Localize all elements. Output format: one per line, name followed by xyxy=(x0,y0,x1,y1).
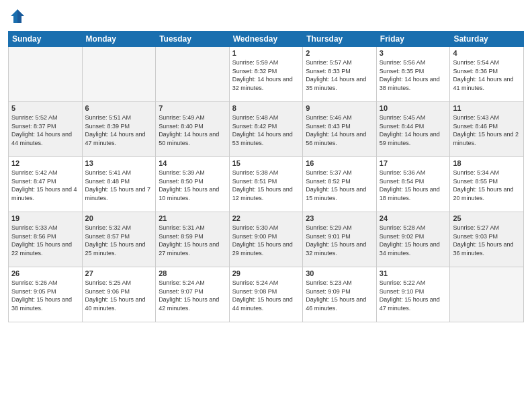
cell-text: Sunrise: 5:29 AM Sunset: 9:01 PM Dayligh… xyxy=(306,224,373,257)
cell-text: Sunrise: 5:51 AM Sunset: 8:39 PM Dayligh… xyxy=(85,113,153,147)
day-number: 4 xyxy=(453,49,521,57)
calendar-header-row: SundayMondayTuesdayWednesdayThursdayFrid… xyxy=(9,32,524,47)
calendar-cell: 29Sunrise: 5:24 AM Sunset: 9:08 PM Dayli… xyxy=(229,267,303,322)
day-number: 13 xyxy=(85,159,153,167)
svg-marker-1 xyxy=(17,9,24,23)
day-number: 20 xyxy=(85,214,153,222)
cell-text: Sunrise: 5:49 AM Sunset: 8:40 PM Dayligh… xyxy=(159,113,226,147)
calendar-cell: 5Sunrise: 5:52 AM Sunset: 8:37 PM Daylig… xyxy=(9,102,83,157)
calendar-week-4: 19Sunrise: 5:33 AM Sunset: 8:56 PM Dayli… xyxy=(9,212,524,267)
calendar-cell: 27Sunrise: 5:25 AM Sunset: 9:06 PM Dayli… xyxy=(82,267,156,322)
day-number: 30 xyxy=(306,269,373,277)
calendar-week-5: 26Sunrise: 5:26 AM Sunset: 9:05 PM Dayli… xyxy=(9,267,524,322)
calendar-cell: 8Sunrise: 5:48 AM Sunset: 8:42 PM Daylig… xyxy=(229,102,303,157)
logo-icon xyxy=(8,7,27,26)
calendar-cell: 22Sunrise: 5:30 AM Sunset: 9:00 PM Dayli… xyxy=(229,212,303,267)
calendar-header-sunday: Sunday xyxy=(9,32,83,47)
cell-text: Sunrise: 5:59 AM Sunset: 8:32 PM Dayligh… xyxy=(232,58,300,92)
cell-text: Sunrise: 5:54 AM Sunset: 8:36 PM Dayligh… xyxy=(453,58,521,92)
calendar-table: SundayMondayTuesdayWednesdayThursdayFrid… xyxy=(8,31,524,322)
cell-text: Sunrise: 5:37 AM Sunset: 8:52 PM Dayligh… xyxy=(306,169,373,202)
cell-text: Sunrise: 5:56 AM Sunset: 8:35 PM Dayligh… xyxy=(380,58,447,92)
calendar-header-monday: Monday xyxy=(82,32,156,47)
calendar-cell: 6Sunrise: 5:51 AM Sunset: 8:39 PM Daylig… xyxy=(82,102,156,157)
day-number: 1 xyxy=(232,49,300,57)
day-number: 16 xyxy=(306,159,373,167)
calendar-cell: 7Sunrise: 5:49 AM Sunset: 8:40 PM Daylig… xyxy=(156,102,230,157)
calendar-cell: 18Sunrise: 5:34 AM Sunset: 8:55 PM Dayli… xyxy=(450,157,524,212)
day-number: 31 xyxy=(380,269,447,277)
calendar-cell: 25Sunrise: 5:27 AM Sunset: 9:03 PM Dayli… xyxy=(450,212,524,267)
calendar-cell: 9Sunrise: 5:46 AM Sunset: 8:43 PM Daylig… xyxy=(303,102,377,157)
cell-text: Sunrise: 5:24 AM Sunset: 9:08 PM Dayligh… xyxy=(232,279,300,312)
cell-text: Sunrise: 5:33 AM Sunset: 8:56 PM Dayligh… xyxy=(11,224,79,257)
day-number: 2 xyxy=(306,49,373,57)
calendar-cell xyxy=(82,47,156,102)
day-number: 3 xyxy=(380,49,447,57)
cell-text: Sunrise: 5:26 AM Sunset: 9:05 PM Dayligh… xyxy=(11,279,79,312)
cell-text: Sunrise: 5:28 AM Sunset: 9:02 PM Dayligh… xyxy=(380,224,447,257)
calendar-cell xyxy=(9,47,83,102)
cell-text: Sunrise: 5:36 AM Sunset: 8:54 PM Dayligh… xyxy=(380,169,447,202)
day-number: 5 xyxy=(11,104,79,112)
cell-text: Sunrise: 5:24 AM Sunset: 9:07 PM Dayligh… xyxy=(159,279,226,312)
day-number: 17 xyxy=(380,159,447,167)
day-number: 18 xyxy=(453,159,521,167)
day-number: 19 xyxy=(11,214,79,222)
calendar-cell: 16Sunrise: 5:37 AM Sunset: 8:52 PM Dayli… xyxy=(303,157,377,212)
cell-text: Sunrise: 5:23 AM Sunset: 9:09 PM Dayligh… xyxy=(306,279,373,312)
day-number: 26 xyxy=(11,269,79,277)
day-number: 28 xyxy=(159,269,226,277)
cell-text: Sunrise: 5:45 AM Sunset: 8:44 PM Dayligh… xyxy=(380,113,447,147)
day-number: 25 xyxy=(453,214,521,222)
calendar-cell xyxy=(450,267,524,322)
calendar-cell: 12Sunrise: 5:42 AM Sunset: 8:47 PM Dayli… xyxy=(9,157,83,212)
calendar-header-thursday: Thursday xyxy=(303,32,377,47)
header xyxy=(8,7,524,26)
day-number: 7 xyxy=(159,104,226,112)
day-number: 11 xyxy=(453,104,521,112)
calendar-cell: 13Sunrise: 5:41 AM Sunset: 8:48 PM Dayli… xyxy=(82,157,156,212)
cell-text: Sunrise: 5:34 AM Sunset: 8:55 PM Dayligh… xyxy=(453,169,521,202)
cell-text: Sunrise: 5:22 AM Sunset: 9:10 PM Dayligh… xyxy=(380,279,447,312)
calendar-cell: 10Sunrise: 5:45 AM Sunset: 8:44 PM Dayli… xyxy=(376,102,450,157)
calendar-cell: 15Sunrise: 5:38 AM Sunset: 8:51 PM Dayli… xyxy=(229,157,303,212)
cell-text: Sunrise: 5:39 AM Sunset: 8:50 PM Dayligh… xyxy=(159,169,226,202)
calendar-header-saturday: Saturday xyxy=(450,32,524,47)
day-number: 24 xyxy=(380,214,447,222)
day-number: 14 xyxy=(159,159,226,167)
cell-text: Sunrise: 5:30 AM Sunset: 9:00 PM Dayligh… xyxy=(232,224,300,257)
day-number: 22 xyxy=(232,214,300,222)
day-number: 9 xyxy=(306,104,373,112)
calendar-header-friday: Friday xyxy=(376,32,450,47)
cell-text: Sunrise: 5:38 AM Sunset: 8:51 PM Dayligh… xyxy=(232,169,300,202)
calendar-week-2: 5Sunrise: 5:52 AM Sunset: 8:37 PM Daylig… xyxy=(9,102,524,157)
calendar-cell: 24Sunrise: 5:28 AM Sunset: 9:02 PM Dayli… xyxy=(376,212,450,267)
calendar-header-tuesday: Tuesday xyxy=(156,32,230,47)
cell-text: Sunrise: 5:48 AM Sunset: 8:42 PM Dayligh… xyxy=(232,113,300,147)
day-number: 23 xyxy=(306,214,373,222)
cell-text: Sunrise: 5:27 AM Sunset: 9:03 PM Dayligh… xyxy=(453,224,521,257)
calendar-cell: 30Sunrise: 5:23 AM Sunset: 9:09 PM Dayli… xyxy=(303,267,377,322)
day-number: 10 xyxy=(380,104,447,112)
cell-text: Sunrise: 5:41 AM Sunset: 8:48 PM Dayligh… xyxy=(85,169,153,202)
cell-text: Sunrise: 5:57 AM Sunset: 8:33 PM Dayligh… xyxy=(306,58,373,92)
calendar-cell: 19Sunrise: 5:33 AM Sunset: 8:56 PM Dayli… xyxy=(9,212,83,267)
day-number: 8 xyxy=(232,104,300,112)
day-number: 21 xyxy=(159,214,226,222)
calendar-week-3: 12Sunrise: 5:42 AM Sunset: 8:47 PM Dayli… xyxy=(9,157,524,212)
calendar-cell: 21Sunrise: 5:31 AM Sunset: 8:59 PM Dayli… xyxy=(156,212,230,267)
cell-text: Sunrise: 5:25 AM Sunset: 9:06 PM Dayligh… xyxy=(85,279,153,312)
day-number: 29 xyxy=(232,269,300,277)
day-number: 6 xyxy=(85,104,153,112)
logo xyxy=(8,7,30,26)
cell-text: Sunrise: 5:43 AM Sunset: 8:46 PM Dayligh… xyxy=(453,113,521,147)
day-number: 27 xyxy=(85,269,153,277)
cell-text: Sunrise: 5:31 AM Sunset: 8:59 PM Dayligh… xyxy=(159,224,226,257)
calendar-cell: 31Sunrise: 5:22 AM Sunset: 9:10 PM Dayli… xyxy=(376,267,450,322)
day-number: 15 xyxy=(232,159,300,167)
day-number: 12 xyxy=(11,159,79,167)
cell-text: Sunrise: 5:46 AM Sunset: 8:43 PM Dayligh… xyxy=(306,113,373,147)
calendar-cell: 1Sunrise: 5:59 AM Sunset: 8:32 PM Daylig… xyxy=(229,47,303,102)
calendar-cell: 14Sunrise: 5:39 AM Sunset: 8:50 PM Dayli… xyxy=(156,157,230,212)
